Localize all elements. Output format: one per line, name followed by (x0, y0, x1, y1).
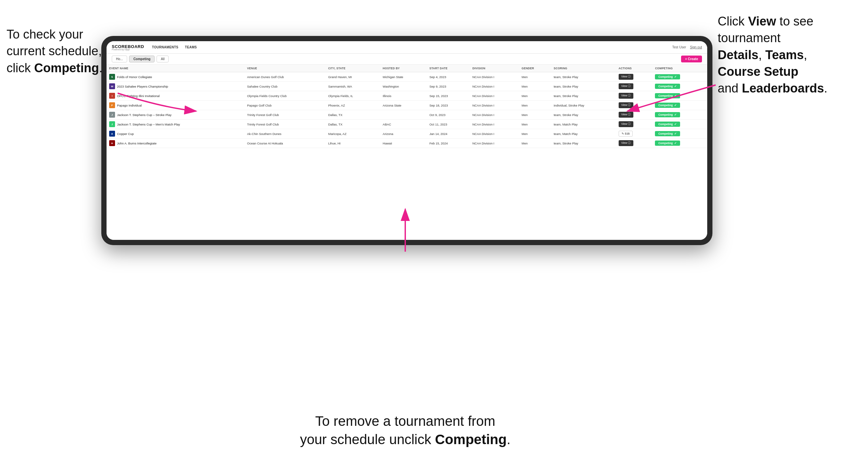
view-button[interactable]: View ⓘ (619, 112, 634, 118)
table-row: ACopper CupAk-Chin Southern DunesMaricop… (106, 129, 707, 138)
nav-links: TOURNAMENTS TEAMS (152, 45, 197, 49)
competing-button[interactable]: Competing ✓ (655, 122, 680, 127)
annotation-top-right: Click View to see tournament Details, Te… (718, 13, 862, 97)
table-row: W2023 Sahalee Players ChampionshipSahale… (106, 82, 707, 91)
table-row: JJackson T. Stephens Cup – Men's Match P… (106, 120, 707, 129)
col-competing: COMPETING (652, 65, 707, 72)
nav-tournaments[interactable]: TOURNAMENTS (152, 45, 179, 49)
table-header-row: EVENT NAME VENUE CITY, STATE HOSTED BY S… (106, 65, 707, 72)
top-nav: SCOREBOARD Powered by clippi TOURNAMENTS… (106, 41, 707, 54)
view-button[interactable]: View ⓘ (619, 140, 634, 146)
col-scoring: SCORING (551, 65, 616, 72)
competing-button[interactable]: Competing ✓ (655, 84, 680, 89)
col-start-date: START DATE (427, 65, 470, 72)
filter-competing[interactable]: Competing (129, 56, 155, 62)
table-row: PPapago IndividualPapago Golf ClubPhoeni… (106, 101, 707, 110)
col-event-name: EVENT NAME (106, 65, 244, 72)
nav-teams[interactable]: TEAMS (185, 45, 197, 49)
competing-button[interactable]: Competing ✓ (655, 112, 680, 117)
col-hosted: HOSTED BY (380, 65, 427, 72)
competing-button[interactable]: Competing ✓ (655, 141, 680, 146)
annotation-top-left: To check your current schedule, click Co… (6, 26, 118, 76)
table-container: EVENT NAME VENUE CITY, STATE HOSTED BY S… (106, 65, 707, 240)
competing-button[interactable]: Competing ✓ (655, 74, 680, 80)
competing-button[interactable]: Competing ✓ (655, 93, 680, 98)
nav-signout[interactable]: Sign out (690, 45, 702, 49)
view-button[interactable]: View ⓘ (619, 74, 634, 80)
nav-right: Test User Sign out (672, 45, 702, 49)
view-button[interactable]: View ⓘ (619, 121, 634, 127)
tournaments-table: EVENT NAME VENUE CITY, STATE HOSTED BY S… (106, 65, 707, 148)
col-actions: ACTIONS (616, 65, 653, 72)
table-row: IOFCC Fighting Illini InvitationalOlympi… (106, 91, 707, 101)
table-row: HJohn A. Burns IntercollegiateOcean Cour… (106, 138, 707, 148)
table-row: JJackson T. Stephens Cup – Stroke PlayTr… (106, 110, 707, 120)
app-container: SCOREBOARD Powered by clippi TOURNAMENTS… (106, 41, 707, 240)
col-gender: GENDER (519, 65, 551, 72)
tablet-screen: SCOREBOARD Powered by clippi TOURNAMENTS… (106, 41, 707, 240)
view-button[interactable]: View ⓘ (619, 93, 634, 99)
create-button[interactable]: + Create (681, 56, 702, 62)
nav-user: Test User (672, 45, 686, 49)
view-button[interactable]: View ⓘ (619, 83, 634, 89)
competing-button[interactable]: Competing ✓ (655, 131, 680, 136)
filter-bar: Ho... Competing All + Create (106, 54, 707, 65)
view-button[interactable]: View ⓘ (619, 102, 634, 108)
annotation-bottom: To remove a tournament from your schedul… (275, 412, 536, 449)
col-city: CITY, STATE (326, 65, 380, 72)
edit-button[interactable]: ✎ Edit (619, 131, 633, 136)
filter-all[interactable]: All (157, 56, 168, 62)
tablet-frame: SCOREBOARD Powered by clippi TOURNAMENTS… (101, 36, 712, 245)
table-row: SFolds of Honor CollegiateAmerican Dunes… (106, 72, 707, 82)
competing-button[interactable]: Competing ✓ (655, 103, 680, 108)
col-division: DIVISION (470, 65, 519, 72)
col-venue: VENUE (244, 65, 326, 72)
